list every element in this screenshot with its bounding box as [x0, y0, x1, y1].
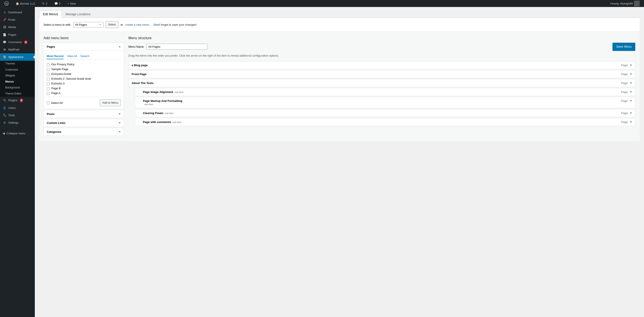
list-item: Ελληνικά-Greek	[47, 72, 121, 76]
tab-most-recent[interactable]: Most Recent	[47, 53, 64, 59]
comments-item[interactable]: 💬 3	[53, 0, 62, 7]
menu-item-toggle-icon[interactable]	[630, 65, 632, 66]
sidebar-item-background[interactable]: Background	[0, 85, 35, 91]
posts-accordion: Posts	[44, 110, 124, 118]
page-checkbox-page-a[interactable]	[47, 92, 50, 95]
admin-bar: W 🏠 Bernier LLC ↻ 2 💬 3 + New Howdy, Ryl…	[0, 0, 644, 7]
menu-item-bar: Page Image Alignment sub item Page	[140, 88, 635, 96]
page-checkbox-greek[interactable]	[47, 73, 50, 76]
menu-item-about-tests[interactable]: About The Tests Page	[128, 79, 635, 87]
collapse-icon: ◀	[2, 132, 5, 135]
sidebar-item-media[interactable]: 🖼 Media	[0, 24, 35, 31]
new-item[interactable]: + New	[66, 0, 78, 7]
menu-name-input[interactable]	[146, 44, 207, 50]
sidebar-item-users[interactable]: 👤 Users	[0, 104, 35, 112]
sidebar-item-tools[interactable]: 🔧 Tools	[0, 112, 35, 119]
add-menu-items-panel: Add menu items Pages Most Recent View Al…	[44, 36, 124, 137]
person-icon: 👤	[2, 106, 6, 110]
updates-item[interactable]: ↻ 2	[40, 0, 49, 7]
posts-accordion-header[interactable]: Posts	[44, 110, 124, 118]
menu-item-toggle-icon[interactable]	[630, 122, 632, 123]
bubble-icon: 💬	[2, 40, 6, 44]
sidebar-item-settings[interactable]: ⚙ Settings	[0, 119, 35, 127]
menu-select-dropdown[interactable]: All Pages	[73, 22, 104, 28]
posts-chevron-icon	[118, 113, 121, 115]
menu-item-blog-page[interactable]: a Blog page Page	[128, 61, 635, 69]
menu-item-toggle-icon[interactable]	[630, 83, 632, 84]
pages-tabs: Most Recent View All Search	[47, 53, 121, 60]
menu-item-page-markup[interactable]: Page Markup And Formatting Page sub item	[135, 97, 635, 108]
reminder-full-text: Don't forget to save your changes!	[154, 23, 197, 26]
custom-links-accordion-header[interactable]: Custom Links	[44, 119, 124, 127]
sidebar-item-menus[interactable]: Menus	[0, 79, 35, 85]
pages-chevron-icon	[118, 46, 121, 47]
collapse-menu-item[interactable]: ◀ Collapse menu	[0, 130, 35, 137]
create-new-menu-link[interactable]: create a new menu	[125, 23, 149, 26]
image-icon: 🖼	[2, 25, 6, 29]
page-checkbox-greek-2[interactable]	[47, 78, 50, 81]
page-checkbox-greek-3[interactable]	[47, 83, 50, 85]
add-to-menu-button[interactable]: Add to Menu	[100, 99, 121, 106]
pages-accordion: Pages Most Recent View All Search	[44, 43, 124, 109]
sidebar-item-comments[interactable]: 💬 Comments 3	[0, 39, 35, 46]
list-item: Επίπεδο 3	[47, 81, 121, 86]
save-menu-button[interactable]: Save Menu	[612, 43, 635, 51]
svg-text:W: W	[6, 3, 8, 5]
or-text: or	[120, 23, 123, 26]
menu-item-clearing-floats[interactable]: Clearing Floats sub item Page	[135, 109, 635, 117]
list-item: Sample Page	[47, 67, 121, 72]
wrench-icon: 🔧	[2, 113, 6, 117]
sidebar-item-theme-editor[interactable]: Theme Editor	[0, 91, 35, 97]
comments-badge: 3	[24, 41, 28, 44]
gauge-icon: ⊙	[2, 11, 6, 14]
menu-structure-panel: Menu structure Menu Name Save Menu Drag …	[128, 36, 635, 137]
sidebar-item-pages[interactable]: 📄 Pages	[0, 31, 35, 39]
gear-icon: ⚙	[2, 121, 6, 125]
tab-edit-menus[interactable]: Edit Menus	[39, 11, 62, 18]
menu-name-row: Menu Name Save Menu	[128, 43, 635, 51]
updates-icon: ↻	[42, 2, 44, 5]
sidebar-item-themes[interactable]: Themes	[0, 61, 35, 67]
menu-structure-heading: Menu structure	[128, 36, 635, 40]
menu-item-bar: Page Markup And Formatting Page sub item	[140, 97, 635, 108]
tab-search[interactable]: Search	[80, 53, 90, 59]
pin-icon: 📌	[2, 18, 6, 22]
wrap: Edit Menus Manage Locations Select a men…	[35, 7, 644, 145]
sidebar-item-dashboard[interactable]: ⊙ Dashboard	[0, 9, 35, 16]
sidebar-item-mailpoet[interactable]: M MailPoet	[0, 46, 35, 53]
pages-accordion-header[interactable]: Pages	[44, 43, 124, 51]
tab-view-all[interactable]: View All	[67, 53, 77, 59]
menu-item-toggle-icon[interactable]	[630, 113, 632, 114]
select-menu-button[interactable]: Select	[106, 21, 118, 28]
list-item: Our Privacy Policy	[47, 62, 121, 67]
categories-accordion: Categories	[44, 128, 124, 136]
sidebar-item-plugins[interactable]: 🔌 Plugins 2	[0, 97, 35, 104]
page-checkbox-privacy[interactable]	[47, 63, 50, 66]
menu-item-page-image-alignment[interactable]: Page Image Alignment sub item Page	[135, 88, 635, 96]
menu-name-label: Menu Name	[128, 45, 144, 48]
tab-manage-locations[interactable]: Manage Locations	[62, 11, 94, 18]
site-name[interactable]: 🏠 Bernier LLC	[14, 0, 37, 7]
menu-editor: Add menu items Pages Most Recent View Al…	[39, 32, 640, 141]
plus-icon: +	[68, 2, 69, 5]
select-menu-label: Select a menu to edit:	[44, 23, 71, 26]
menu-item-page-comments[interactable]: Page with comments sub item Page	[135, 118, 635, 126]
sidebar-item-appearance[interactable]: 🎨 Appearance	[0, 53, 35, 61]
avatar	[634, 1, 640, 6]
menu-item-toggle-icon[interactable]	[630, 100, 632, 102]
page-checkbox-sample[interactable]	[47, 68, 50, 71]
menu-item-front-page[interactable]: Front Page Page	[128, 70, 635, 78]
menu-item-toggle-icon[interactable]	[630, 91, 632, 93]
wp-logo[interactable]: W	[2, 0, 10, 7]
plugins-badge: 2	[20, 99, 23, 102]
howdy-item[interactable]: Howdy, Ryleigh85	[608, 0, 642, 7]
sidebar-item-customize[interactable]: Customize	[0, 67, 35, 73]
page-checkbox-page-b[interactable]	[47, 87, 50, 90]
menu-item-toggle-icon[interactable]	[630, 74, 632, 75]
sidebar-item-widgets[interactable]: Widgets	[0, 73, 35, 79]
select-all-checkbox[interactable]	[47, 102, 50, 104]
sidebar-item-posts[interactable]: 📌 Posts	[0, 16, 35, 24]
categories-accordion-header[interactable]: Categories	[44, 128, 124, 136]
list-item: Επίπεδο 2 -Second Greek level	[47, 76, 121, 81]
categories-chevron-icon	[118, 131, 121, 132]
